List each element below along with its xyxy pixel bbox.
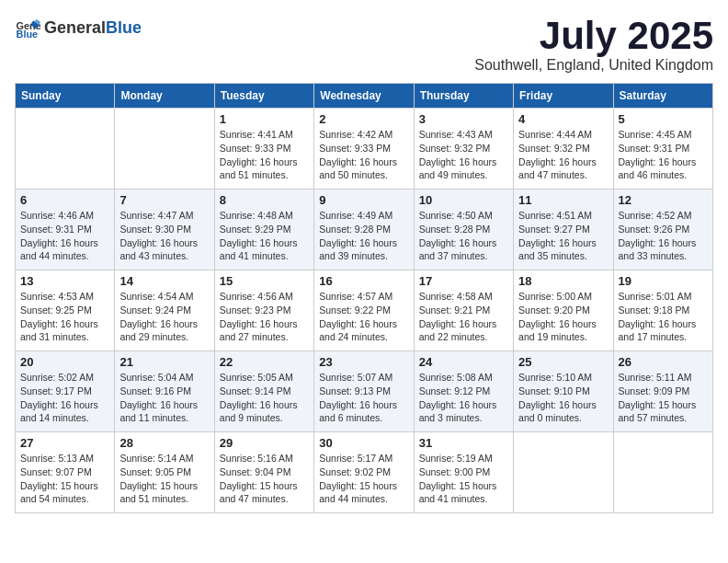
sunset-text: Sunset: 9:33 PM <box>319 143 391 154</box>
calendar-cell: 14 Sunrise: 4:54 AM Sunset: 9:24 PM Dayl… <box>115 270 214 351</box>
day-info: Sunrise: 4:57 AM Sunset: 9:22 PM Dayligh… <box>319 290 408 344</box>
sunset-text: Sunset: 9:33 PM <box>220 143 291 154</box>
sunrise-text: Sunrise: 5:19 AM <box>419 453 493 464</box>
day-info: Sunrise: 4:49 AM Sunset: 9:28 PM Dayligh… <box>319 209 408 263</box>
calendar-cell: 23 Sunrise: 5:07 AM Sunset: 9:13 PM Dayl… <box>314 351 414 432</box>
calendar-cell: 18 Sunrise: 5:00 AM Sunset: 9:20 PM Dayl… <box>514 270 613 351</box>
sunset-text: Sunset: 9:25 PM <box>20 304 92 316</box>
day-info: Sunrise: 5:11 AM Sunset: 9:09 PM Dayligh… <box>619 371 708 425</box>
sunset-text: Sunset: 9:05 PM <box>119 466 191 477</box>
day-number: 3 <box>419 112 508 126</box>
sunrise-text: Sunrise: 4:47 AM <box>119 210 193 221</box>
logo-icon: General Blue <box>15 15 40 40</box>
sunset-text: Sunset: 9:28 PM <box>319 224 391 235</box>
sunset-text: Sunset: 9:23 PM <box>220 304 291 316</box>
calendar-week-row: 20 Sunrise: 5:02 AM Sunset: 9:17 PM Dayl… <box>16 351 713 432</box>
sunset-text: Sunset: 9:32 PM <box>419 143 491 154</box>
daylight-text: Daylight: 16 hours and 17 minutes. <box>619 318 697 343</box>
day-number: 31 <box>419 436 508 450</box>
day-number: 28 <box>119 436 209 450</box>
calendar-cell: 3 Sunrise: 4:43 AM Sunset: 9:32 PM Dayli… <box>414 109 513 190</box>
weekday-header-friday: Friday <box>514 84 613 109</box>
day-number: 23 <box>319 355 408 369</box>
sunset-text: Sunset: 9:04 PM <box>220 466 291 477</box>
logo-text-general: General <box>44 18 106 37</box>
day-number: 7 <box>119 193 209 207</box>
day-info: Sunrise: 4:53 AM Sunset: 9:25 PM Dayligh… <box>20 290 109 344</box>
sunset-text: Sunset: 9:14 PM <box>220 385 291 396</box>
sunset-text: Sunset: 9:12 PM <box>419 385 491 396</box>
day-info: Sunrise: 5:14 AM Sunset: 9:05 PM Dayligh… <box>119 452 209 506</box>
sunrise-text: Sunrise: 4:45 AM <box>619 129 692 140</box>
day-info: Sunrise: 4:58 AM Sunset: 9:21 PM Dayligh… <box>419 290 508 344</box>
daylight-text: Daylight: 16 hours and 6 minutes. <box>319 399 397 424</box>
calendar-cell: 30 Sunrise: 5:17 AM Sunset: 9:02 PM Dayl… <box>314 432 414 513</box>
sunset-text: Sunset: 9:30 PM <box>119 224 191 235</box>
sunrise-text: Sunrise: 5:08 AM <box>419 372 493 383</box>
sunset-text: Sunset: 9:17 PM <box>20 385 92 396</box>
sunrise-text: Sunrise: 5:13 AM <box>20 453 94 464</box>
day-number: 20 <box>20 355 109 369</box>
calendar-week-row: 13 Sunrise: 4:53 AM Sunset: 9:25 PM Dayl… <box>16 270 713 351</box>
day-info: Sunrise: 5:01 AM Sunset: 9:18 PM Dayligh… <box>619 290 708 344</box>
sunset-text: Sunset: 9:10 PM <box>518 385 590 396</box>
day-info: Sunrise: 4:43 AM Sunset: 9:32 PM Dayligh… <box>419 128 508 182</box>
sunset-text: Sunset: 9:21 PM <box>419 304 491 316</box>
sunrise-text: Sunrise: 4:43 AM <box>419 129 493 140</box>
daylight-text: Daylight: 15 hours and 51 minutes. <box>119 480 198 505</box>
sunrise-text: Sunrise: 5:11 AM <box>619 372 692 383</box>
calendar-week-row: 6 Sunrise: 4:46 AM Sunset: 9:31 PM Dayli… <box>16 190 713 270</box>
daylight-text: Daylight: 16 hours and 37 minutes. <box>419 237 497 262</box>
daylight-text: Daylight: 15 hours and 47 minutes. <box>220 480 298 505</box>
daylight-text: Daylight: 16 hours and 29 minutes. <box>119 318 198 343</box>
daylight-text: Daylight: 16 hours and 43 minutes. <box>119 237 198 262</box>
calendar-cell: 1 Sunrise: 4:41 AM Sunset: 9:33 PM Dayli… <box>214 109 313 190</box>
calendar-cell: 2 Sunrise: 4:42 AM Sunset: 9:33 PM Dayli… <box>314 109 414 190</box>
calendar-cell: 20 Sunrise: 5:02 AM Sunset: 9:17 PM Dayl… <box>16 351 115 432</box>
daylight-text: Daylight: 15 hours and 41 minutes. <box>419 480 497 505</box>
calendar-cell: 31 Sunrise: 5:19 AM Sunset: 9:00 PM Dayl… <box>414 432 513 513</box>
day-info: Sunrise: 5:04 AM Sunset: 9:16 PM Dayligh… <box>119 371 209 425</box>
day-info: Sunrise: 5:17 AM Sunset: 9:02 PM Dayligh… <box>319 452 408 506</box>
daylight-text: Daylight: 16 hours and 0 minutes. <box>518 399 597 424</box>
daylight-text: Daylight: 16 hours and 33 minutes. <box>619 237 697 262</box>
sunrise-text: Sunrise: 5:02 AM <box>20 372 94 383</box>
sunset-text: Sunset: 9:16 PM <box>119 385 191 396</box>
daylight-text: Daylight: 16 hours and 50 minutes. <box>319 156 397 181</box>
day-number: 27 <box>20 436 109 450</box>
sunrise-text: Sunrise: 4:58 AM <box>419 291 493 302</box>
calendar-cell: 28 Sunrise: 5:14 AM Sunset: 9:05 PM Dayl… <box>115 432 214 513</box>
sunset-text: Sunset: 9:29 PM <box>220 224 291 235</box>
logo-wordmark: GeneralBlue <box>44 18 142 38</box>
day-number: 8 <box>220 193 309 207</box>
daylight-text: Daylight: 16 hours and 49 minutes. <box>419 156 497 181</box>
sunrise-text: Sunrise: 4:51 AM <box>518 210 592 221</box>
daylight-text: Daylight: 16 hours and 41 minutes. <box>220 237 298 262</box>
sunrise-text: Sunrise: 5:01 AM <box>619 291 692 302</box>
calendar-cell: 8 Sunrise: 4:48 AM Sunset: 9:29 PM Dayli… <box>214 190 313 270</box>
sunrise-text: Sunrise: 5:00 AM <box>518 291 592 302</box>
weekday-header-tuesday: Tuesday <box>214 84 313 109</box>
day-info: Sunrise: 4:52 AM Sunset: 9:26 PM Dayligh… <box>619 209 708 263</box>
daylight-text: Daylight: 16 hours and 11 minutes. <box>119 399 198 424</box>
daylight-text: Daylight: 16 hours and 22 minutes. <box>419 318 497 343</box>
sunrise-text: Sunrise: 4:53 AM <box>20 291 94 302</box>
page-header: General Blue GeneralBlue July 2025 South… <box>15 15 713 74</box>
sunrise-text: Sunrise: 4:42 AM <box>319 129 392 140</box>
day-info: Sunrise: 5:00 AM Sunset: 9:20 PM Dayligh… <box>518 290 608 344</box>
day-info: Sunrise: 4:44 AM Sunset: 9:32 PM Dayligh… <box>518 128 608 182</box>
calendar-cell <box>16 109 115 190</box>
sunrise-text: Sunrise: 5:05 AM <box>220 372 293 383</box>
calendar-cell: 6 Sunrise: 4:46 AM Sunset: 9:31 PM Dayli… <box>16 190 115 270</box>
location-title: Southwell, England, United Kingdom <box>474 57 713 74</box>
weekday-header-monday: Monday <box>115 84 214 109</box>
sunrise-text: Sunrise: 5:16 AM <box>220 453 293 464</box>
day-info: Sunrise: 4:42 AM Sunset: 9:33 PM Dayligh… <box>319 128 408 182</box>
calendar-cell: 11 Sunrise: 4:51 AM Sunset: 9:27 PM Dayl… <box>514 190 613 270</box>
sunset-text: Sunset: 9:00 PM <box>419 466 491 477</box>
sunrise-text: Sunrise: 4:57 AM <box>319 291 392 302</box>
calendar-cell: 12 Sunrise: 4:52 AM Sunset: 9:26 PM Dayl… <box>613 190 712 270</box>
daylight-text: Daylight: 16 hours and 46 minutes. <box>619 156 697 181</box>
sunset-text: Sunset: 9:28 PM <box>419 224 491 235</box>
calendar-cell: 26 Sunrise: 5:11 AM Sunset: 9:09 PM Dayl… <box>613 351 712 432</box>
